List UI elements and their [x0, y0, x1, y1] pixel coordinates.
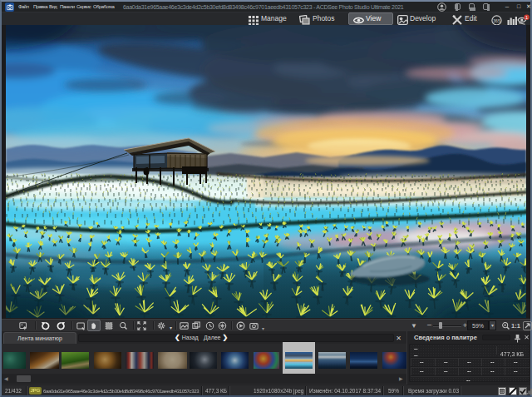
svg-text:365: 365: [493, 18, 500, 23]
svg-text:1: 1: [525, 15, 528, 20]
